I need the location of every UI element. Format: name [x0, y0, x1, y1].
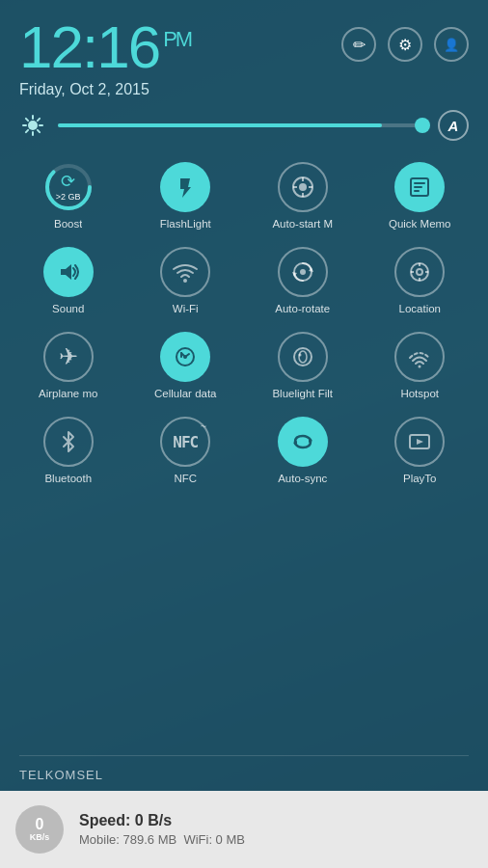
tile-label-cellular: Cellular data [154, 388, 217, 399]
am-pm: PM [163, 27, 191, 51]
tile-nfc[interactable]: NFC ~ NFC [127, 407, 245, 492]
tile-hotspot[interactable]: Hotspot [362, 322, 479, 407]
hotspot-icon [394, 332, 445, 382]
tile-label-location: Location [399, 303, 441, 314]
nfc-icon: NFC ~ [160, 417, 210, 467]
clock-time: 12:16PM [19, 17, 191, 77]
tile-boost[interactable]: ⟳ >2 GB Boost [10, 152, 127, 237]
brightness-icon [19, 112, 46, 139]
date-label: Friday, Oct 2, 2015 [19, 81, 191, 98]
carrier-name: TELKOMSEL [19, 768, 103, 782]
speed-bar: 0 KB/s Speed: 0 B/s Mobile: 789.6 MB WiF… [0, 791, 488, 868]
tile-label-autorotate: Auto-rotate [275, 303, 330, 314]
tile-airplane[interactable]: ✈ Airplane mo [10, 322, 127, 407]
svg-rect-21 [414, 190, 420, 192]
tile-label-playto: PlayTo [403, 473, 437, 484]
autorotate-icon [278, 247, 328, 297]
time-digits: 12:16 [19, 14, 159, 80]
playto-icon [394, 417, 445, 467]
speed-num: 0 [36, 817, 44, 832]
svg-marker-26 [309, 267, 313, 272]
speed-detail: Mobile: 789.6 MB WiFi: 0 MB [79, 832, 245, 847]
tile-label-flashlight: FlashLight [160, 218, 211, 230]
tile-autostart[interactable]: Auto-start M [244, 152, 362, 237]
tile-flashlight[interactable]: FlashLight [127, 152, 245, 237]
tile-quickmemo[interactable]: Quick Memo [362, 152, 479, 237]
tile-label-wifi: Wi-Fi [173, 303, 199, 314]
svg-point-23 [183, 279, 187, 283]
tile-label-autostart: Auto-start M [272, 218, 333, 230]
tile-label-nfc: NFC [174, 473, 197, 484]
tiles-grid: ⟳ >2 GB Boost FlashLight [10, 152, 478, 492]
autostart-icon [278, 162, 328, 212]
tile-location[interactable]: Location [362, 237, 479, 322]
mobile-data: Mobile: 789.6 MB [79, 832, 176, 847]
speed-info: Speed: 0 B/s Mobile: 789.6 MB WiFi: 0 MB [79, 812, 245, 847]
flashlight-icon [160, 162, 210, 212]
autosync-icon [278, 417, 328, 467]
svg-marker-22 [61, 264, 71, 280]
svg-line-7 [38, 119, 40, 121]
tile-label-autosync: Auto-sync [278, 473, 327, 484]
svg-line-8 [26, 130, 28, 132]
bluelight-icon [278, 332, 328, 382]
svg-point-29 [417, 269, 422, 275]
tile-wifi[interactable]: Wi-Fi [127, 237, 245, 322]
location-icon [394, 247, 445, 297]
speed-unit: KB/s [30, 832, 50, 842]
tile-cellular[interactable]: Cellular data [127, 322, 245, 407]
wifi-icon [160, 247, 210, 297]
svg-point-39 [298, 354, 301, 357]
edit-button[interactable]: ✏ [341, 27, 376, 62]
svg-point-40 [419, 366, 421, 368]
carrier-row: TELKOMSEL [0, 756, 488, 791]
tile-sound[interactable]: Sound [10, 237, 127, 322]
speed-badge: 0 KB/s [15, 805, 64, 854]
tile-label-bluetooth: Bluetooth [44, 473, 92, 484]
svg-rect-19 [414, 182, 425, 184]
wifi-data: WiFi: 0 MB [183, 832, 245, 847]
tile-bluetooth[interactable]: Bluetooth [10, 407, 127, 492]
svg-point-0 [28, 121, 38, 130]
svg-marker-27 [292, 272, 297, 277]
svg-point-13 [299, 183, 307, 191]
auto-brightness-button[interactable]: A [438, 110, 469, 141]
airplane-icon: ✈ [43, 332, 94, 382]
svg-line-6 [38, 130, 40, 132]
boost-mem: >2 GB [56, 192, 81, 203]
bluetooth-icon [43, 417, 94, 467]
tile-playto[interactable]: PlayTo [362, 407, 479, 492]
speed-main: Speed: 0 B/s [79, 812, 245, 829]
svg-marker-11 [180, 178, 191, 198]
notification-panel: 12:16PM Friday, Oct 2, 2015 ✏ ⚙ 👤 [0, 0, 488, 791]
header: 12:16PM Friday, Oct 2, 2015 ✏ ⚙ 👤 [0, 0, 488, 98]
settings-button[interactable]: ⚙ [388, 27, 422, 62]
svg-line-5 [26, 119, 28, 121]
tile-label-sound: Sound [52, 303, 84, 314]
boost-ring: ⟳ >2 GB [43, 162, 94, 212]
boost-icon: ⟳ [61, 172, 75, 193]
cellular-icon [160, 332, 210, 382]
tile-autorotate[interactable]: Auto-rotate [244, 237, 362, 322]
quickmemo-icon [394, 162, 445, 212]
header-icons: ✏ ⚙ 👤 [341, 27, 469, 62]
tile-label-airplane: Airplane mo [39, 388, 97, 399]
tile-label-bluelight: Bluelight Filt [272, 388, 333, 399]
profile-button[interactable]: 👤 [434, 27, 469, 62]
brightness-thumb [415, 118, 430, 133]
svg-point-38 [299, 351, 307, 363]
tile-bluelight[interactable]: Bluelight Filt [244, 322, 362, 407]
auto-label: A [448, 118, 459, 134]
tile-autosync[interactable]: Auto-sync [244, 407, 362, 492]
tile-label-hotspot: Hotspot [400, 388, 439, 399]
header-top: 12:16PM Friday, Oct 2, 2015 ✏ ⚙ 👤 [19, 17, 469, 98]
svg-rect-20 [414, 186, 422, 188]
tile-label-boost: Boost [54, 218, 82, 230]
brightness-fill [58, 123, 382, 127]
tiles-section: ⟳ >2 GB Boost FlashLight [0, 152, 488, 755]
brightness-slider[interactable] [58, 123, 426, 127]
svg-point-25 [300, 269, 306, 275]
tile-label-quickmemo: Quick Memo [389, 218, 451, 230]
sound-icon [43, 247, 94, 297]
svg-marker-44 [417, 439, 423, 445]
